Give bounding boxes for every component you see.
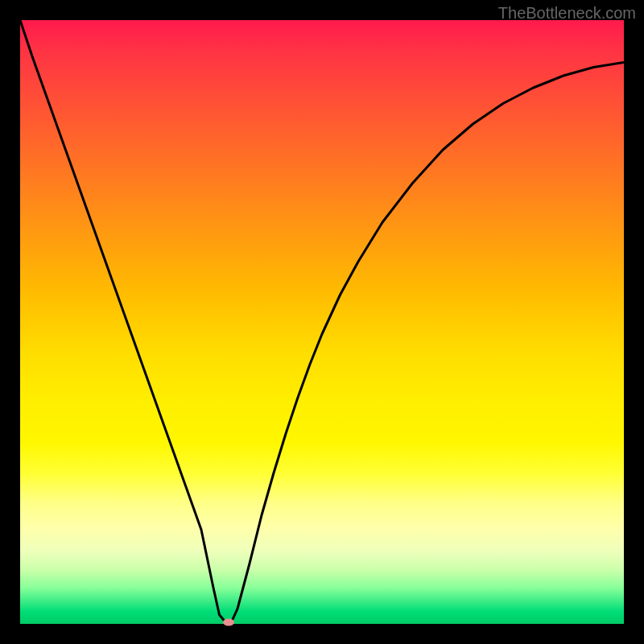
watermark-text: TheBottleneck.com xyxy=(498,4,636,23)
chart-area xyxy=(20,20,624,624)
chart-curve xyxy=(20,20,624,624)
chart-marker xyxy=(223,618,234,625)
